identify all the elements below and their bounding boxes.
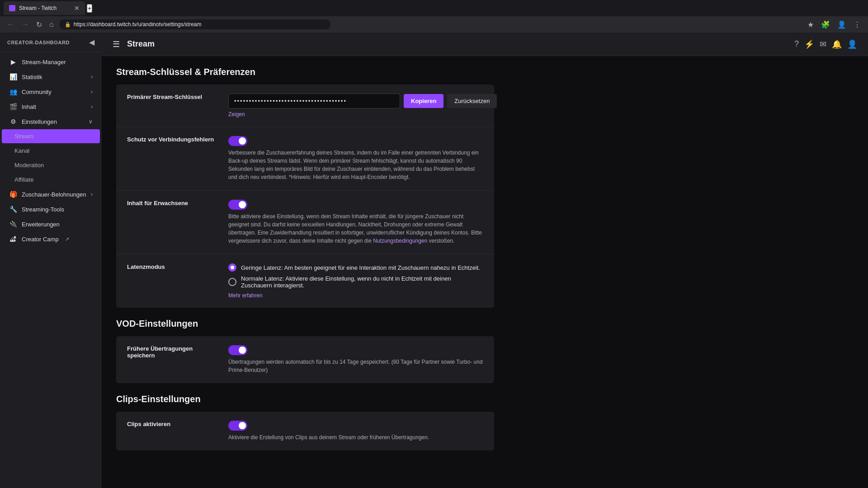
- sidebar-item-stream-manager[interactable]: ▶ Stream-Manager: [2, 55, 100, 69]
- latency-option1[interactable]: Geringe Latenz: Am besten geeignet für e…: [228, 263, 483, 272]
- sidebar-item-affiliate-label: Affiliate: [14, 176, 33, 183]
- stream-key-row: Primärer Stream-Schlüssel Kopieren Zurüc…: [116, 84, 494, 127]
- sidebar: CREATOR-DASHBOARD ◀ ▶ Stream-Manager 📊 S…: [0, 33, 102, 488]
- sidebar-item-kanal-label: Kanal: [14, 147, 29, 154]
- app-layout: CREATOR-DASHBOARD ◀ ▶ Stream-Manager 📊 S…: [0, 33, 868, 488]
- sidebar-item-affiliate[interactable]: Affiliate: [2, 173, 100, 187]
- adult-content-toggle[interactable]: [228, 200, 247, 210]
- stream-key-section: Stream-Schlüssel & Präferenzen Primärer …: [116, 67, 494, 308]
- latency-option2[interactable]: Normale Latenz: Aktiviere diese Einstell…: [228, 275, 483, 289]
- home-button[interactable]: ⌂: [47, 19, 56, 30]
- sidebar-item-moderation[interactable]: Moderation: [2, 158, 100, 172]
- forward-button[interactable]: →: [20, 19, 31, 30]
- copy-button[interactable]: Kopieren: [404, 94, 443, 108]
- sidebar-item-einstellungen[interactable]: ⚙ Einstellungen ∨: [2, 114, 100, 129]
- extensions-icon[interactable]: 🧩: [819, 19, 832, 31]
- browser-nav: ← → ↻ ⌂ 🔒 https://dashboard.twitch.tv/u/…: [0, 16, 868, 33]
- sidebar-item-inhalt[interactable]: 🎬 Inhalt ›: [2, 99, 100, 114]
- connection-protection-label-col: Schutz vor Verbindungsfehlern: [127, 136, 217, 181]
- sidebar-item-creator-camp[interactable]: 🏕 Creator Camp ↗: [2, 232, 100, 246]
- latency-label: Latenzmodus: [127, 263, 217, 270]
- page-content: Stream-Schlüssel & Präferenzen Primärer …: [102, 56, 509, 472]
- vod-row: Frühere Übertragungen speichern Übertrag…: [116, 336, 494, 383]
- clips-row: Clips aktivieren Aktiviere die Erstellun…: [116, 412, 494, 450]
- connection-protection-toggle[interactable]: [228, 136, 247, 146]
- vod-toggle[interactable]: [228, 345, 247, 355]
- clips-label: Clips aktivieren: [127, 421, 217, 427]
- active-tab[interactable]: Stream - Twitch ✕: [4, 1, 85, 15]
- erweiterungen-icon: 🔌: [9, 221, 17, 228]
- user-icon[interactable]: 👤: [847, 39, 857, 49]
- stream-key-card: Primärer Stream-Schlüssel Kopieren Zurüc…: [116, 84, 494, 308]
- latency-option1-label: Geringe Latenz: Am besten geeignet für e…: [241, 264, 480, 271]
- connection-protection-row: Schutz vor Verbindungsfehlern Verbessere…: [116, 127, 494, 191]
- connection-protection-value-col: Verbessere die Zuschauererfahrung deines…: [228, 136, 483, 181]
- menu-icon[interactable]: ⋮: [852, 19, 863, 31]
- lightning-icon[interactable]: ⚡: [804, 39, 814, 49]
- refresh-button[interactable]: ↻: [34, 19, 44, 31]
- bookmark-icon[interactable]: ★: [806, 19, 816, 31]
- dashboard-label: CREATOR-DASHBOARD: [7, 40, 70, 45]
- streaming-tools-icon: 🔧: [9, 206, 17, 213]
- adult-content-label: Inhalt für Erwachsene: [127, 200, 217, 206]
- connection-protection-slider: [228, 136, 247, 146]
- clips-desc: Aktiviere die Erstellung von Clips aus d…: [228, 433, 483, 441]
- stream-key-input[interactable]: [228, 94, 400, 108]
- sidebar-item-moderation-label: Moderation: [14, 162, 44, 169]
- tab-close-button[interactable]: ✕: [74, 5, 80, 12]
- clips-toggle[interactable]: [228, 421, 247, 431]
- sidebar-item-erweiterungen[interactable]: 🔌 Erweiterungen: [2, 217, 100, 231]
- clips-card: Clips aktivieren Aktiviere die Erstellun…: [116, 412, 494, 450]
- adult-content-slider: [228, 200, 247, 210]
- address-bar[interactable]: 🔒 https://dashboard.twitch.tv/u/andinotv…: [59, 19, 330, 29]
- community-icon: 👥: [9, 88, 17, 95]
- notifications-icon[interactable]: 🔔: [832, 39, 842, 49]
- latency-learn-more-link[interactable]: Mehr erfahren: [228, 292, 483, 299]
- sidebar-item-community[interactable]: 👥 Community ›: [2, 84, 100, 99]
- latency-label-col: Latenzmodus: [127, 263, 217, 299]
- nutzungsbedingungen-link[interactable]: Nutzungsbedingungen: [373, 238, 427, 244]
- stream-key-value-col: Kopieren Zurücksetzen Zeigen: [228, 94, 497, 117]
- creator-camp-icon: 🏕: [9, 235, 17, 243]
- sidebar-item-stream[interactable]: Stream: [2, 129, 100, 143]
- browser-tabs: Stream - Twitch ✕ +: [0, 0, 868, 16]
- zuschauer-icon: 🎁: [9, 191, 17, 198]
- sidebar-collapse-button[interactable]: ◀: [89, 38, 94, 47]
- clips-slider: [228, 421, 247, 431]
- stream-manager-icon: ▶: [9, 58, 17, 66]
- vod-section: VOD-Einstellungen Frühere Übertragungen …: [116, 319, 494, 383]
- vod-label: Frühere Übertragungen speichern: [127, 345, 217, 359]
- new-tab-button[interactable]: +: [87, 4, 92, 13]
- connection-protection-desc: Verbessere die Zuschauererfahrung deines…: [228, 149, 483, 181]
- sidebar-item-stream-manager-label: Stream-Manager: [22, 59, 66, 66]
- back-button[interactable]: ←: [5, 19, 16, 30]
- sidebar-header: CREATOR-DASHBOARD ◀: [0, 33, 102, 52]
- browser-chrome: Stream - Twitch ✕ + ← → ↻ ⌂ 🔒 https://da…: [0, 0, 868, 33]
- lock-icon: 🔒: [65, 22, 71, 28]
- sidebar-item-kanal[interactable]: Kanal: [2, 144, 100, 158]
- latency-radio2[interactable]: [228, 278, 236, 286]
- vod-card: Frühere Übertragungen speichern Übertrag…: [116, 336, 494, 383]
- main-content: ☰ Stream ? ⚡ ✉ 🔔 👤 Stream-Schlüssel & Pr…: [102, 33, 868, 488]
- sidebar-item-community-label: Community: [22, 89, 52, 95]
- sidebar-item-streaming-tools[interactable]: 🔧 Streaming-Tools: [2, 202, 100, 216]
- hamburger-icon[interactable]: ☰: [113, 39, 120, 49]
- help-icon[interactable]: ?: [794, 39, 799, 49]
- sidebar-item-zuschauer-belohnungen[interactable]: 🎁 Zuschauer-Belohnungen ›: [2, 187, 100, 202]
- sidebar-item-einstellungen-label: Einstellungen: [22, 118, 57, 125]
- sidebar-item-creator-camp-label: Creator Camp: [22, 236, 59, 243]
- vod-desc: Übertragungen werden automatisch für bis…: [228, 358, 483, 374]
- profile-icon[interactable]: 👤: [835, 19, 848, 31]
- reset-button[interactable]: Zurücksetzen: [447, 94, 497, 108]
- mail-icon[interactable]: ✉: [820, 39, 826, 49]
- sidebar-item-statistik[interactable]: 📊 Statistik ›: [2, 70, 100, 84]
- statistik-icon: 📊: [9, 73, 17, 80]
- connection-protection-label: Schutz vor Verbindungsfehlern: [127, 136, 217, 143]
- zuschauer-chevron: ›: [91, 191, 93, 197]
- show-link[interactable]: Zeigen: [228, 111, 497, 117]
- stream-key-label: Primärer Stream-Schlüssel: [127, 94, 217, 100]
- inhalt-chevron: ›: [91, 103, 93, 110]
- latency-radio1[interactable]: [228, 263, 236, 272]
- statistik-chevron: ›: [91, 74, 93, 80]
- sidebar-item-zuschauer-label: Zuschauer-Belohnungen: [22, 191, 86, 198]
